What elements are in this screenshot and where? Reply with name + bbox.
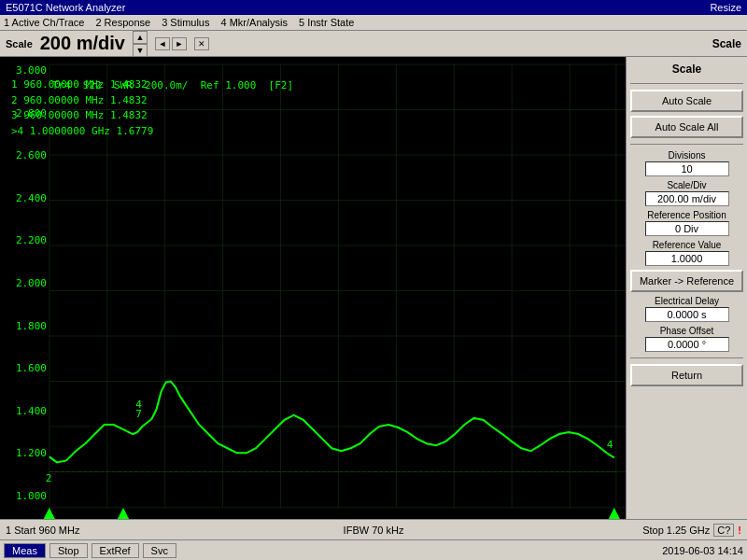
marker-row-1: 1 960.00000 MHz 1.4832 (11, 77, 153, 93)
menu-bar: 1 Active Ch/Trace 2 Response 3 Stimulus … (0, 15, 747, 31)
phase-offset-value[interactable]: 0.0000 ° (645, 337, 729, 352)
status-ifbw: IFBW 70 kHz (251, 525, 497, 536)
panel-divider-3 (630, 357, 743, 358)
divisions-field: Divisions 10 (630, 150, 743, 176)
divisions-value[interactable]: 10 (645, 161, 729, 176)
marker-readout: 1 960.00000 MHz 1.4832 2 960.00000 MHz 1… (11, 77, 153, 139)
extref-button[interactable]: ExtRef (92, 543, 139, 558)
resize-button[interactable]: Resize (710, 2, 741, 13)
status-stop: Stop 1.25 GHz (642, 525, 710, 536)
elec-delay-value[interactable]: 0.0000 s (645, 307, 729, 322)
panel-title: Scale (630, 61, 743, 77)
scale-div-value[interactable]: 200.00 m/div (645, 191, 729, 206)
scale-label: Scale (6, 38, 33, 49)
scale-div-label: Scale/Div (667, 180, 706, 190)
marker-row-3: 3 960.00000 MHz 1.4832 (11, 108, 153, 124)
return-button[interactable]: Return (630, 364, 743, 386)
svg-marker-23 (44, 508, 55, 519)
status-exclaim: ! (738, 525, 741, 536)
panel-divider-1 (630, 83, 743, 84)
ref-val-field: Reference Value 1.0000 (630, 240, 743, 266)
status-start: 1 Start 960 MHz (6, 525, 251, 536)
marker-row-2: 2 960.00000 MHz 1.4832 (11, 93, 153, 109)
menu-mkr-analysis[interactable]: 4 Mkr/Analysis (220, 17, 288, 28)
chart-area: 3.000 2.800 2.600 2.400 2.200 2.000 1.80… (0, 57, 626, 519)
scale-value: 200 m/div (40, 33, 125, 54)
ref-val-label: Reference Value (653, 240, 722, 250)
marker-row-4: >4 1.0000000 GHz 1.6779 (11, 124, 153, 140)
scale-div-field: Scale/Div 200.00 m/div (630, 180, 743, 206)
app-title: E5071C Network Analyzer (6, 2, 125, 13)
marker-ref-label2: Reference (686, 275, 734, 287)
menu-instr-state[interactable]: 5 Instr State (299, 17, 354, 28)
ref-val-value[interactable]: 1.0000 (645, 251, 729, 266)
auto-scale-button[interactable]: Auto Scale (630, 90, 743, 112)
elec-delay-field: Electrical Delay 0.0000 s (630, 296, 743, 322)
date-time: 2019-06-03 14:14 (662, 545, 743, 556)
svg-text:7: 7 (135, 408, 142, 420)
phase-offset-field: Phase Offset 0.0000 ° (630, 326, 743, 352)
ref-pos-field: Reference Position 0 Div (630, 210, 743, 236)
marker-reference-button[interactable]: Marker -> Reference (630, 270, 743, 292)
menu-stimulus[interactable]: 3 Stimulus (162, 17, 209, 28)
marker-ref-label1: Marker -> (640, 275, 684, 287)
scale-panel-title: Scale (712, 37, 741, 50)
right-panel: Scale Auto Scale Auto Scale All Division… (626, 57, 747, 519)
menu-active-ch-trace[interactable]: 1 Active Ch/Trace (4, 17, 84, 28)
bottom-bar: Meas Stop ExtRef Svc 2019-06-03 14:14 (0, 539, 747, 560)
elec-delay-label: Electrical Delay (655, 296, 719, 306)
svg-text:2: 2 (46, 472, 52, 484)
divisions-label: Divisions (668, 150, 705, 161)
menu-response[interactable]: 2 Response (95, 17, 150, 28)
svc-button[interactable]: Svc (143, 543, 176, 558)
scale-left-btn[interactable]: ◄ (155, 37, 170, 50)
status-right: Stop 1.25 GHz C? ! (496, 524, 741, 537)
auto-scale-all-button[interactable]: Auto Scale All (630, 116, 743, 138)
scale-bar: Scale 200 m/div ▲ ▼ ◄ ► ✕ Scale (0, 31, 747, 57)
meas-button[interactable]: Meas (4, 543, 46, 558)
svg-marker-25 (609, 508, 620, 519)
panel-divider-2 (630, 144, 743, 145)
scale-down-btn[interactable]: ▼ (133, 44, 148, 57)
title-bar: E5071C Network Analyzer Resize (0, 0, 747, 15)
ref-pos-label: Reference Position (647, 210, 726, 220)
ref-pos-value[interactable]: 0 Div (645, 221, 729, 236)
main-layout: 3.000 2.800 2.600 2.400 2.200 2.000 1.80… (0, 57, 747, 519)
svg-marker-24 (118, 508, 129, 519)
svg-text:4: 4 (607, 439, 613, 451)
scale-close-btn[interactable]: ✕ (194, 37, 209, 50)
phase-offset-label: Phase Offset (660, 326, 714, 336)
status-bar: 1 Start 960 MHz IFBW 70 kHz Stop 1.25 GH… (0, 519, 747, 539)
scale-up-btn[interactable]: ▲ (133, 31, 148, 44)
status-c-label: C? (713, 524, 734, 537)
stop-button[interactable]: Stop (49, 543, 88, 558)
scale-right-btn[interactable]: ► (172, 37, 187, 50)
